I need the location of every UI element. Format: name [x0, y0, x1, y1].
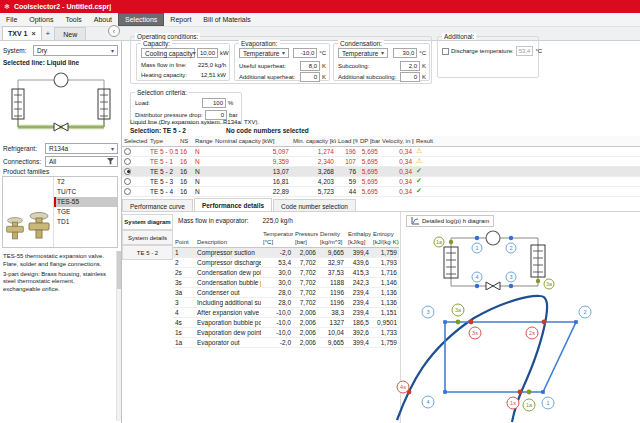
- family-item-td1[interactable]: TD1: [54, 217, 117, 227]
- menu-file[interactable]: File: [0, 13, 23, 26]
- menu-tools[interactable]: Tools: [59, 13, 87, 26]
- scrollbar-thumb[interactable]: [117, 251, 121, 289]
- table-row[interactable]: TE 5 - 416 N22,89 5,72344 5,6950,34 ✓: [122, 186, 640, 196]
- distributor-pressure-drop-unit: bar: [229, 112, 238, 118]
- ok-check-icon: ✓: [416, 167, 422, 174]
- tab-close-icon[interactable]: ×: [31, 30, 35, 37]
- additional-subcooling-input[interactable]: 0: [400, 72, 420, 82]
- compressor-symbol: [54, 73, 68, 87]
- condensation-temp-input[interactable]: 30,0: [393, 48, 417, 58]
- side-button-te52[interactable]: TE 5 - 2: [122, 245, 173, 260]
- evaporation-mode-select[interactable]: Temperature ▾: [239, 48, 289, 58]
- cooling-capacity-input[interactable]: 10,00: [197, 48, 218, 58]
- refrigerant-select[interactable]: R134a ▾: [45, 143, 118, 154]
- mass-flow-line-label: Mass flow in line:: [141, 62, 187, 68]
- window-title: Coolselector2 - Untitled.csprj: [14, 3, 111, 10]
- performance-details-table: Temperature Pressure Density Enthalpy En…: [173, 229, 399, 348]
- title-bar: ❄ Coolselector2 - Untitled.csprj: [0, 0, 640, 13]
- perf-row[interactable]: 4sEvaporation bubble point -10,02,006 13…: [173, 317, 399, 327]
- evaporation-legend: Evaporation:: [239, 40, 280, 47]
- add-tab-button[interactable]: +: [42, 27, 55, 40]
- perf-row[interactable]: 1aEvaporator out -2,02,006 9,665399,4 1,…: [173, 337, 399, 347]
- family-item-tge[interactable]: TGE: [54, 207, 117, 217]
- sidebar-scrollbar[interactable]: [116, 251, 121, 421]
- detailed-logph-label: Detailed log(p) h diagram: [422, 218, 489, 224]
- svg-text:2: 2: [583, 309, 586, 315]
- side-button-system-details[interactable]: System details: [122, 230, 173, 245]
- system-select-value: Dry: [37, 47, 47, 54]
- perf-row[interactable]: 1Compressor suction -2,02,006 9,665399,4…: [173, 247, 399, 257]
- menu-bill-of-materials[interactable]: Bill of Materials: [197, 13, 256, 26]
- svg-text:1: 1: [546, 400, 549, 406]
- compressor-symbol: [486, 231, 500, 245]
- additional-group: Additional: Discharge temperature: 53,4 …: [437, 36, 539, 78]
- evaporator-symbol: [444, 247, 458, 278]
- tab-performance-details[interactable]: Performance details: [194, 198, 272, 212]
- cooling-capacity-unit: kW: [220, 50, 229, 56]
- svg-text:3a: 3a: [455, 307, 462, 313]
- discharge-temp-label: Discharge temperature:: [451, 48, 514, 54]
- perf-row[interactable]: 3sCondensation bubble point 30,07,702 11…: [173, 277, 399, 287]
- system-label: System:: [3, 47, 31, 54]
- table-row[interactable]: TE 5 - 116 N9,359 2,340107 5,6950,34 ⚠: [122, 156, 640, 166]
- perf-row[interactable]: 3aCondenser out 28,07,702 1196239,4 1,13…: [173, 287, 399, 297]
- tab-txv1[interactable]: TXV 1 ×: [2, 26, 42, 40]
- row-radio[interactable]: [124, 178, 131, 185]
- expansion-valve-symbol: [54, 123, 68, 131]
- menu-options[interactable]: Options: [23, 13, 59, 26]
- table-row-selected[interactable]: TE 5 - 216 N13,07 3,26876 5,6950,34 ✓: [122, 166, 640, 176]
- load-input[interactable]: 100: [202, 98, 226, 108]
- heating-capacity-label: Heating capacity:: [141, 72, 187, 78]
- description-line-1: TES-55 thermostatic expansion valve. Fla…: [3, 253, 113, 269]
- perf-row[interactable]: 4After expansion valve -10,02,006 38,323…: [173, 307, 399, 317]
- filter-funnel-icon: [107, 158, 114, 166]
- discharge-temp-checkbox[interactable]: [442, 48, 449, 55]
- side-button-system-diagram[interactable]: System diagram: [122, 214, 173, 230]
- mass-flow-line-value: 225,0 kg/h: [198, 62, 226, 68]
- additional-superheat-label: Additional superheat:: [239, 74, 295, 80]
- evaporation-temp-input[interactable]: -10,0: [293, 48, 317, 58]
- useful-superheat-label: Useful superheat:: [239, 63, 286, 69]
- code-numbers-status: No code numbers selected: [226, 127, 309, 134]
- condensation-mode-select[interactable]: Temperature ▾: [338, 48, 388, 58]
- row-radio[interactable]: [124, 158, 131, 165]
- family-item-tutc[interactable]: TU/TC: [54, 187, 117, 197]
- discharge-temp-unit: °C: [535, 48, 542, 54]
- additional-subcooling-label: Additional subcooling:: [338, 74, 396, 80]
- condensation-temp-unit: °C: [419, 50, 426, 56]
- perf-row[interactable]: 1sEvaporation dew point -10,02,006 10,04…: [173, 327, 399, 337]
- family-item-t2[interactable]: T2: [54, 177, 117, 187]
- condensation-mode-value: Temperature: [342, 50, 379, 57]
- chevron-down-icon: ▾: [381, 50, 384, 56]
- useful-superheat-input[interactable]: 8,0: [300, 61, 320, 71]
- chevron-down-icon: ▾: [193, 50, 196, 56]
- row-radio-selected[interactable]: [124, 168, 131, 175]
- condenser-symbol: [98, 89, 110, 119]
- table-row[interactable]: TE 5 - 0.516 N5,097 1,274196 5,6950,34 ⚠: [122, 146, 640, 156]
- additional-legend: Additional:: [442, 33, 476, 40]
- capacity-mode-select[interactable]: Cooling capacity ▾: [141, 48, 195, 58]
- detailed-logph-button[interactable]: Detailed log(p) h diagram: [406, 215, 494, 227]
- additional-superheat-input[interactable]: 0: [300, 72, 320, 82]
- product-description: TES-55 thermostatic expansion valve. Fla…: [3, 253, 113, 296]
- discharge-temp-input[interactable]: 53,4: [516, 46, 534, 56]
- collapse-panel-button[interactable]: ‹: [108, 25, 120, 37]
- tab-txv1-label: TXV 1: [8, 30, 27, 37]
- row-radio[interactable]: [124, 188, 131, 195]
- perf-row[interactable]: 3Including additional subcooling 28,07,7…: [173, 297, 399, 307]
- warning-icon: ⚠: [416, 147, 422, 154]
- detail-tab-divider: [122, 211, 640, 212]
- perf-row[interactable]: 2sCondensation dew point 30,07,702 37,53…: [173, 267, 399, 277]
- new-tab-button[interactable]: New: [54, 27, 86, 40]
- perf-row[interactable]: 2Compressor discharge (estimated) 53,47,…: [173, 257, 399, 267]
- capacity-legend: Capacity:: [141, 40, 172, 47]
- table-row[interactable]: TE 5 - 316 N16,81 4,20359 5,6950,34 ✓: [122, 176, 640, 186]
- row-radio[interactable]: [124, 148, 131, 155]
- menu-selections[interactable]: Selections: [118, 13, 164, 26]
- menu-report[interactable]: Report: [164, 13, 197, 26]
- system-select[interactable]: Dry ▾: [33, 45, 118, 56]
- logph-diagram: 3 3a 3s 2s 2 4s 4 1s 1a 1: [396, 290, 640, 423]
- subcooling-input[interactable]: 2,0: [400, 61, 420, 71]
- connections-select[interactable]: All: [45, 156, 118, 167]
- family-item-tes55[interactable]: TES-55: [54, 197, 117, 207]
